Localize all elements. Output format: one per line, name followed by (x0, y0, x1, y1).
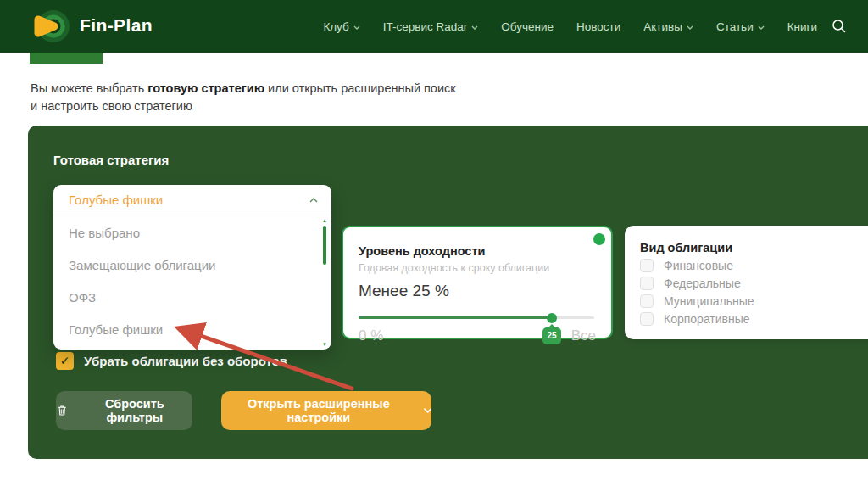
strategy-select: Голубые фишки Не выбрано Замещающие обли… (53, 185, 331, 350)
checkbox-unchecked-icon[interactable] (640, 312, 654, 326)
strategy-selected-value: Голубые фишки (69, 193, 163, 207)
chevron-down-icon (471, 25, 478, 30)
checkbox-unchecked-icon[interactable] (640, 277, 654, 290)
bond-type-option-financial[interactable]: Финансовые (640, 259, 868, 272)
brand-name[interactable]: Fin-Plan (80, 15, 153, 36)
active-tab-indicator (30, 53, 103, 64)
nav-item-label: Книги (787, 20, 817, 33)
intro-text: Вы можете выбрать готовую стратегию или … (31, 80, 456, 115)
bond-type-title: Вид облигации (640, 241, 868, 254)
strategy-option-blue-chips[interactable]: Голубые фишки (53, 314, 331, 346)
nav-item-label: IT-сервис Radar (383, 20, 468, 33)
slider-handle[interactable] (547, 313, 557, 323)
chevron-down-icon (424, 408, 431, 413)
scroll-up-icon[interactable]: ▲ (320, 217, 329, 224)
chevron-down-icon (687, 25, 693, 30)
scrollbar[interactable]: ▲ ▼ (320, 215, 329, 350)
yield-slider[interactable]: 25 (359, 313, 594, 323)
nav-item-club[interactable]: Клуб (323, 20, 359, 33)
strategy-select-header[interactable]: Голубые фишки (53, 185, 331, 215)
yield-value-text: Менее 25 % (359, 282, 596, 300)
nav-item-education[interactable]: Обучение (501, 20, 554, 33)
nav-item-books[interactable]: Книги (787, 20, 817, 33)
nav-item-it-service-radar[interactable]: IT-сервис Radar (383, 20, 479, 33)
nav-item-label: Статьи (716, 20, 754, 33)
turnover-checkbox[interactable]: ✓ Убрать облигации без оборотов (56, 352, 287, 370)
reset-filters-label: Сбросить фильтры (77, 397, 192, 424)
yield-card-subtitle: Годовая доходность к сроку облигации (359, 262, 596, 274)
filter-panel: Готовая стратегия Голубые фишки Не выбра… (28, 126, 868, 459)
strategy-option-replacement-bonds[interactable]: Замещающие облигации (53, 249, 331, 282)
chevron-down-icon (758, 25, 765, 30)
header: Fin-Plan Клуб IT-сервис Radar Обучение Н… (0, 0, 868, 53)
reset-filters-button[interactable]: Сбросить фильтры (56, 391, 192, 430)
bond-type-option-municipal[interactable]: Муниципальные (640, 294, 868, 308)
checkbox-checked-icon[interactable]: ✓ (56, 352, 74, 370)
slider-fill (359, 316, 552, 319)
nav-item-label: Активы (643, 20, 682, 33)
turnover-checkbox-label: Убрать облигации без оборотов (84, 354, 287, 368)
nav-item-articles[interactable]: Статьи (716, 20, 765, 33)
trash-icon (56, 404, 69, 417)
checkbox-unchecked-icon[interactable] (640, 294, 654, 308)
nav-item-label: Обучение (501, 20, 554, 33)
bond-type-option-federal[interactable]: Федеральные (640, 277, 868, 290)
brand-logo[interactable] (31, 7, 70, 46)
nav-item-label: Новости (576, 20, 620, 33)
search-icon[interactable] (831, 18, 848, 35)
intro-line-1: Вы можете выбрать готовую стратегию или … (31, 80, 456, 98)
fin-plan-logo-icon (31, 7, 70, 46)
strategy-label: Готовая стратегия (53, 153, 169, 167)
intro-line-2: и настроить свою стратегию (31, 98, 456, 115)
strategy-option-none[interactable]: Не выбрано (53, 217, 331, 249)
advanced-settings-label: Открыть расширенные настройки (221, 397, 416, 424)
nav-item-label: Клуб (323, 20, 348, 33)
slider-min-label: 0 % (359, 327, 383, 344)
chevron-down-icon (353, 25, 360, 30)
active-filter-dot (593, 233, 605, 245)
intro-highlight: готовую стратегию (147, 81, 264, 95)
yield-card: Уровень доходности Годовая доходность к … (342, 226, 613, 339)
bond-type-option-corporate[interactable]: Корпоративные (640, 312, 868, 326)
scrollbar-thumb[interactable] (323, 226, 326, 265)
strategy-option-list: Не выбрано Замещающие облигации ОФЗ Голу… (53, 215, 331, 350)
chevron-up-icon (309, 198, 318, 203)
advanced-settings-button[interactable]: Открыть расширенные настройки (221, 391, 431, 430)
main-nav: Клуб IT-сервис Radar Обучение Новости Ак… (323, 0, 817, 53)
scroll-down-icon[interactable]: ▼ (320, 341, 329, 348)
nav-item-assets[interactable]: Активы (643, 20, 693, 33)
bond-type-card: Вид облигации Финансовые Федеральные Мун… (625, 226, 868, 339)
yield-card-title: Уровень доходности (359, 244, 596, 258)
strategy-option-ofz[interactable]: ОФЗ (53, 282, 331, 314)
slider-value-badge: 25 (542, 327, 561, 344)
actions-row: Сбросить фильтры Открыть расширенные нас… (56, 391, 431, 430)
nav-item-news[interactable]: Новости (576, 20, 620, 33)
checkbox-unchecked-icon[interactable] (640, 259, 654, 272)
slider-max-label: Все (571, 327, 596, 344)
